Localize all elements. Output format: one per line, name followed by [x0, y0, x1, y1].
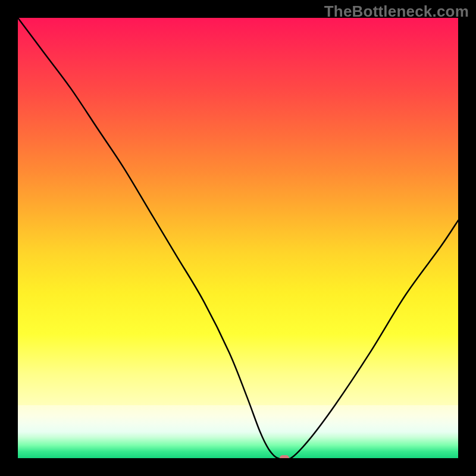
chart-frame: TheBottleneck.com: [0, 0, 476, 476]
watermark-text: TheBottleneck.com: [324, 2, 469, 21]
optimal-point-marker: [280, 455, 289, 458]
bottleneck-curve: [18, 18, 458, 458]
plot-area: [18, 18, 458, 458]
